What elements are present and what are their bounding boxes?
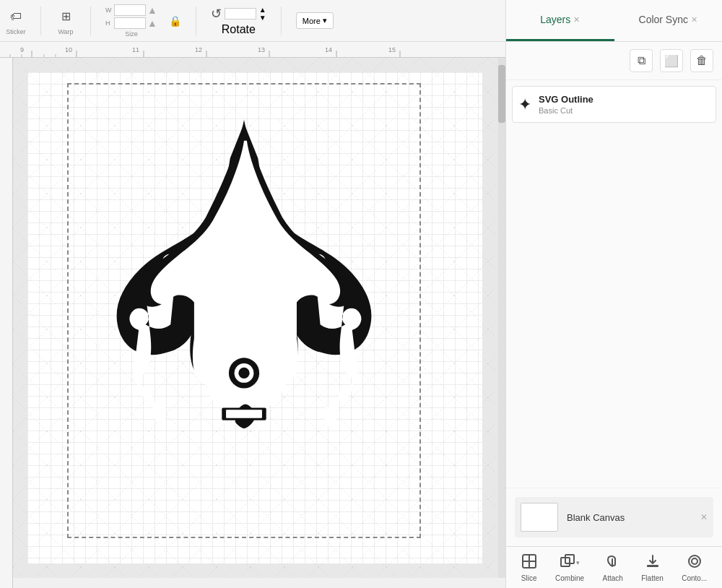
- height-label: H: [105, 20, 113, 27]
- slice-icon: [521, 553, 537, 573]
- attach-icon: [605, 553, 621, 573]
- height-input[interactable]: [114, 17, 146, 29]
- combine-label: Combine: [555, 574, 584, 582]
- blank-canvas-preview: [521, 503, 558, 532]
- svg-text:9: 9: [20, 46, 24, 53]
- size-inputs: W ▲ H ▲: [105, 4, 157, 29]
- layer-actions: ⧉ ⬜ 🗑: [506, 42, 722, 80]
- tab-color-sync-label: Color Sync: [639, 14, 688, 25]
- size-tool: W ▲ H ▲ Size: [105, 4, 157, 38]
- width-up[interactable]: ▲: [147, 4, 157, 16]
- sticker-label: Sticker: [6, 28, 26, 35]
- combine-icon: [560, 553, 575, 573]
- sticker-icon[interactable]: 🏷: [6, 7, 26, 27]
- tab-color-sync[interactable]: Color Sync ✕: [614, 0, 723, 41]
- divider-4: [281, 7, 282, 35]
- attach-tool[interactable]: Attach: [603, 553, 623, 582]
- tab-layers[interactable]: Layers ✕: [506, 0, 614, 41]
- svg-text:15: 15: [388, 46, 396, 53]
- add-layer-button[interactable]: ⬜: [660, 49, 683, 72]
- delete-layer-button[interactable]: 🗑: [690, 49, 713, 72]
- sticker-tool[interactable]: 🏷 Sticker: [6, 7, 26, 35]
- divider-1: [40, 7, 41, 35]
- rotate-controls: ↺ ▲ ▼: [211, 6, 266, 22]
- canvas-area: [13, 58, 505, 578]
- width-row: W ▲: [105, 4, 157, 16]
- attach-label: Attach: [603, 574, 623, 582]
- layer-item-type: Basic Cut: [539, 106, 593, 115]
- rotate-arrows: ▲ ▼: [259, 6, 266, 22]
- rotate-tool: ↺ ▲ ▼ Rotate: [211, 6, 266, 36]
- width-label: W: [105, 7, 113, 14]
- tab-color-sync-close[interactable]: ✕: [691, 15, 697, 25]
- svg-point-29: [238, 368, 249, 379]
- svg-rect-26: [226, 410, 262, 418]
- divider-3: [196, 7, 196, 35]
- combine-with-arrow: ▾: [560, 553, 580, 573]
- tab-layers-close[interactable]: ✕: [573, 15, 580, 25]
- svg-text:12: 12: [195, 46, 202, 53]
- contour-label: Conto...: [682, 574, 707, 582]
- blank-canvas-close[interactable]: ✕: [700, 512, 708, 522]
- svg-text:14: 14: [325, 46, 332, 53]
- warp-tool[interactable]: ⊞ Warp: [56, 7, 76, 35]
- rotate-up-arrow[interactable]: ▲: [259, 6, 266, 14]
- flatten-icon: [645, 553, 661, 573]
- warp-icon[interactable]: ⊞: [56, 7, 76, 27]
- combine-arrow: ▾: [576, 559, 580, 566]
- width-input[interactable]: [114, 4, 146, 16]
- layer-item-info: SVG Outline Basic Cut: [539, 94, 593, 115]
- ruler-top: 9 10 11 12 13 14 15: [0, 42, 505, 58]
- add-icon: ⬜: [664, 54, 679, 68]
- contour-icon: [687, 553, 703, 573]
- right-panel: Layers ✕ Color Sync ✕ ⧉ ⬜ 🗑 ✦ SVG Outlin…: [505, 0, 722, 588]
- contour-tool[interactable]: Conto...: [682, 553, 707, 582]
- svg-rect-35: [647, 565, 658, 567]
- svg-rect-0: [0, 42, 505, 58]
- layer-item-icon: ✦: [518, 95, 531, 114]
- layer-list: ✦ SVG Outline Basic Cut: [506, 80, 722, 488]
- fleur-de-lis-image: [71, 87, 417, 535]
- rotate-label: Rotate: [222, 23, 256, 36]
- rotate-down-arrow[interactable]: ▼: [259, 14, 266, 22]
- svg-text:10: 10: [65, 46, 72, 53]
- blank-canvas-item[interactable]: Blank Canvas ✕: [515, 497, 713, 537]
- delete-icon: 🗑: [696, 54, 708, 67]
- rotate-icon[interactable]: ↺: [211, 6, 222, 22]
- flatten-tool[interactable]: Flatten: [641, 553, 664, 582]
- panel-tabs: Layers ✕ Color Sync ✕: [506, 0, 722, 42]
- warp-label: Warp: [58, 28, 73, 35]
- slice-label: Slice: [521, 574, 537, 582]
- slice-tool[interactable]: Slice: [521, 553, 537, 582]
- tab-layers-label: Layers: [540, 14, 570, 25]
- svg-text:13: 13: [258, 46, 265, 53]
- blank-canvas-area: Blank Canvas ✕: [506, 488, 722, 546]
- combine-tool[interactable]: ▾ Combine: [555, 553, 584, 582]
- scroll-thumb[interactable]: [498, 65, 505, 123]
- more-label: More: [303, 17, 321, 25]
- duplicate-layer-button[interactable]: ⧉: [630, 49, 653, 72]
- main-toolbar: 🏷 Sticker ⊞ Warp W ▲ H ▲ Size 🔒 ↺: [0, 0, 505, 42]
- more-arrow: ▾: [323, 16, 327, 25]
- flatten-label: Flatten: [641, 574, 664, 582]
- svg-point-36: [689, 555, 700, 567]
- rotate-input[interactable]: [225, 8, 256, 20]
- layer-item-svg-outline[interactable]: ✦ SVG Outline Basic Cut: [512, 86, 716, 123]
- divider-2: [90, 7, 91, 35]
- more-button[interactable]: More ▾: [296, 12, 334, 29]
- duplicate-icon: ⧉: [638, 54, 645, 67]
- layer-item-name: SVG Outline: [539, 94, 593, 105]
- blank-canvas-label: Blank Canvas: [567, 512, 625, 523]
- svg-text:11: 11: [132, 46, 139, 53]
- height-up[interactable]: ▲: [147, 17, 157, 29]
- lock-icon[interactable]: 🔒: [169, 15, 181, 27]
- size-label: Size: [125, 30, 138, 38]
- ruler-left: [0, 58, 13, 588]
- svg-rect-20: [0, 58, 13, 588]
- bottom-toolbar: Slice ▾ Combine Attach Flatten: [506, 546, 722, 588]
- fleur-main: [122, 120, 367, 431]
- canvas-scrollbar[interactable]: [498, 58, 505, 578]
- svg-point-37: [692, 558, 697, 564]
- height-row: H ▲: [105, 17, 157, 29]
